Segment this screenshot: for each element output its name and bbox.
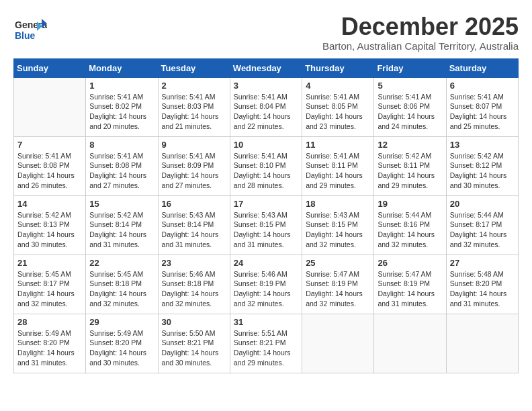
day-number: 21 bbox=[17, 258, 82, 268]
calendar-cell: 30Sunrise: 5:50 AM Sunset: 8:21 PM Dayli… bbox=[158, 314, 230, 373]
day-number: 14 bbox=[17, 199, 82, 209]
month-title: December 2025 bbox=[322, 13, 519, 40]
calendar-week-5: 28Sunrise: 5:49 AM Sunset: 8:20 PM Dayli… bbox=[14, 314, 519, 373]
calendar-cell: 13Sunrise: 5:42 AM Sunset: 8:12 PM Dayli… bbox=[446, 136, 518, 195]
day-number: 5 bbox=[378, 81, 442, 91]
day-info: Sunrise: 5:41 AM Sunset: 8:02 PM Dayligh… bbox=[89, 92, 154, 132]
calendar-cell: 29Sunrise: 5:49 AM Sunset: 8:20 PM Dayli… bbox=[86, 314, 158, 373]
day-number: 28 bbox=[17, 317, 82, 327]
day-number: 20 bbox=[450, 199, 515, 209]
calendar-cell: 20Sunrise: 5:44 AM Sunset: 8:17 PM Dayli… bbox=[446, 195, 518, 255]
calendar-cell: 19Sunrise: 5:44 AM Sunset: 8:16 PM Dayli… bbox=[374, 195, 446, 255]
day-info: Sunrise: 5:45 AM Sunset: 8:17 PM Dayligh… bbox=[17, 269, 82, 309]
day-info: Sunrise: 5:41 AM Sunset: 8:08 PM Dayligh… bbox=[89, 151, 154, 191]
day-info: Sunrise: 5:48 AM Sunset: 8:20 PM Dayligh… bbox=[450, 269, 515, 309]
calendar-cell: 12Sunrise: 5:42 AM Sunset: 8:11 PM Dayli… bbox=[374, 136, 446, 195]
day-info: Sunrise: 5:46 AM Sunset: 8:19 PM Dayligh… bbox=[234, 269, 298, 309]
day-info: Sunrise: 5:42 AM Sunset: 8:14 PM Dayligh… bbox=[89, 210, 154, 250]
calendar-cell: 11Sunrise: 5:41 AM Sunset: 8:11 PM Dayli… bbox=[302, 136, 374, 195]
day-number: 3 bbox=[234, 81, 298, 91]
day-info: Sunrise: 5:41 AM Sunset: 8:03 PM Dayligh… bbox=[162, 92, 226, 132]
calendar-table: SundayMondayTuesdayWednesdayThursdayFrid… bbox=[13, 58, 519, 373]
day-number: 13 bbox=[450, 140, 515, 150]
day-number: 12 bbox=[378, 140, 442, 150]
day-info: Sunrise: 5:44 AM Sunset: 8:17 PM Dayligh… bbox=[450, 210, 515, 250]
day-number: 30 bbox=[162, 317, 226, 327]
calendar-cell: 6Sunrise: 5:41 AM Sunset: 8:07 PM Daylig… bbox=[446, 77, 518, 136]
day-info: Sunrise: 5:41 AM Sunset: 8:11 PM Dayligh… bbox=[306, 151, 370, 191]
calendar-cell: 5Sunrise: 5:41 AM Sunset: 8:06 PM Daylig… bbox=[374, 77, 446, 136]
calendar-cell: 10Sunrise: 5:41 AM Sunset: 8:10 PM Dayli… bbox=[230, 136, 302, 195]
calendar-cell: 3Sunrise: 5:41 AM Sunset: 8:04 PM Daylig… bbox=[230, 77, 302, 136]
day-info: Sunrise: 5:41 AM Sunset: 8:05 PM Dayligh… bbox=[306, 92, 370, 132]
day-info: Sunrise: 5:42 AM Sunset: 8:11 PM Dayligh… bbox=[378, 151, 442, 191]
calendar-cell: 15Sunrise: 5:42 AM Sunset: 8:14 PM Dayli… bbox=[86, 195, 158, 255]
day-info: Sunrise: 5:45 AM Sunset: 8:18 PM Dayligh… bbox=[89, 269, 154, 309]
calendar-week-3: 14Sunrise: 5:42 AM Sunset: 8:13 PM Dayli… bbox=[14, 195, 519, 255]
day-info: Sunrise: 5:41 AM Sunset: 8:07 PM Dayligh… bbox=[450, 92, 515, 132]
calendar-cell: 21Sunrise: 5:45 AM Sunset: 8:17 PM Dayli… bbox=[14, 255, 86, 314]
day-info: Sunrise: 5:47 AM Sunset: 8:19 PM Dayligh… bbox=[378, 269, 442, 309]
weekday-header-saturday: Saturday bbox=[446, 58, 518, 77]
weekday-header-wednesday: Wednesday bbox=[230, 58, 302, 77]
day-number: 18 bbox=[306, 199, 370, 209]
day-number: 7 bbox=[17, 140, 82, 150]
day-info: Sunrise: 5:47 AM Sunset: 8:19 PM Dayligh… bbox=[306, 269, 370, 309]
calendar-week-2: 7Sunrise: 5:41 AM Sunset: 8:08 PM Daylig… bbox=[14, 136, 519, 195]
logo: General Blue bbox=[13, 13, 48, 47]
title-area: December 2025 Barton, Australian Capital… bbox=[322, 13, 519, 52]
calendar-cell: 27Sunrise: 5:48 AM Sunset: 8:20 PM Dayli… bbox=[446, 255, 518, 314]
day-info: Sunrise: 5:42 AM Sunset: 8:12 PM Dayligh… bbox=[450, 151, 515, 191]
calendar-cell: 17Sunrise: 5:43 AM Sunset: 8:15 PM Dayli… bbox=[230, 195, 302, 255]
header: General Blue December 2025 Barton, Austr… bbox=[13, 13, 519, 52]
day-number: 16 bbox=[162, 199, 226, 209]
day-info: Sunrise: 5:50 AM Sunset: 8:21 PM Dayligh… bbox=[162, 328, 226, 368]
day-number: 23 bbox=[162, 258, 226, 268]
day-number: 15 bbox=[89, 199, 154, 209]
calendar-cell: 31Sunrise: 5:51 AM Sunset: 8:21 PM Dayli… bbox=[230, 314, 302, 373]
day-info: Sunrise: 5:46 AM Sunset: 8:18 PM Dayligh… bbox=[162, 269, 226, 309]
day-number: 11 bbox=[306, 140, 370, 150]
calendar-cell bbox=[374, 314, 446, 373]
day-number: 17 bbox=[234, 199, 298, 209]
weekday-header-row: SundayMondayTuesdayWednesdayThursdayFrid… bbox=[14, 58, 519, 77]
day-info: Sunrise: 5:41 AM Sunset: 8:06 PM Dayligh… bbox=[378, 92, 442, 132]
day-info: Sunrise: 5:41 AM Sunset: 8:09 PM Dayligh… bbox=[162, 151, 226, 191]
day-number: 8 bbox=[89, 140, 154, 150]
calendar-cell bbox=[302, 314, 374, 373]
day-info: Sunrise: 5:43 AM Sunset: 8:15 PM Dayligh… bbox=[306, 210, 370, 250]
calendar-cell: 8Sunrise: 5:41 AM Sunset: 8:08 PM Daylig… bbox=[86, 136, 158, 195]
day-number: 9 bbox=[162, 140, 226, 150]
day-info: Sunrise: 5:43 AM Sunset: 8:14 PM Dayligh… bbox=[162, 210, 226, 250]
day-number: 31 bbox=[234, 317, 298, 327]
day-number: 10 bbox=[234, 140, 298, 150]
day-number: 25 bbox=[306, 258, 370, 268]
calendar-cell: 23Sunrise: 5:46 AM Sunset: 8:18 PM Dayli… bbox=[158, 255, 230, 314]
weekday-header-friday: Friday bbox=[374, 58, 446, 77]
day-number: 19 bbox=[378, 199, 442, 209]
calendar-cell: 9Sunrise: 5:41 AM Sunset: 8:09 PM Daylig… bbox=[158, 136, 230, 195]
day-info: Sunrise: 5:41 AM Sunset: 8:04 PM Dayligh… bbox=[234, 92, 298, 132]
calendar-cell: 1Sunrise: 5:41 AM Sunset: 8:02 PM Daylig… bbox=[86, 77, 158, 136]
calendar-cell: 16Sunrise: 5:43 AM Sunset: 8:14 PM Dayli… bbox=[158, 195, 230, 255]
calendar-cell bbox=[446, 314, 518, 373]
day-number: 6 bbox=[450, 81, 515, 91]
calendar-week-1: 1Sunrise: 5:41 AM Sunset: 8:02 PM Daylig… bbox=[14, 77, 519, 136]
calendar-cell: 2Sunrise: 5:41 AM Sunset: 8:03 PM Daylig… bbox=[158, 77, 230, 136]
day-number: 24 bbox=[234, 258, 298, 268]
calendar-cell: 28Sunrise: 5:49 AM Sunset: 8:20 PM Dayli… bbox=[14, 314, 86, 373]
calendar-week-4: 21Sunrise: 5:45 AM Sunset: 8:17 PM Dayli… bbox=[14, 255, 519, 314]
calendar-cell: 4Sunrise: 5:41 AM Sunset: 8:05 PM Daylig… bbox=[302, 77, 374, 136]
day-number: 22 bbox=[89, 258, 154, 268]
calendar-cell: 26Sunrise: 5:47 AM Sunset: 8:19 PM Dayli… bbox=[374, 255, 446, 314]
day-number: 2 bbox=[162, 81, 226, 91]
weekday-header-sunday: Sunday bbox=[14, 58, 86, 77]
day-number: 26 bbox=[378, 258, 442, 268]
calendar-cell: 22Sunrise: 5:45 AM Sunset: 8:18 PM Dayli… bbox=[86, 255, 158, 314]
calendar-cell: 24Sunrise: 5:46 AM Sunset: 8:19 PM Dayli… bbox=[230, 255, 302, 314]
day-info: Sunrise: 5:49 AM Sunset: 8:20 PM Dayligh… bbox=[89, 328, 154, 368]
calendar-cell: 25Sunrise: 5:47 AM Sunset: 8:19 PM Dayli… bbox=[302, 255, 374, 314]
day-info: Sunrise: 5:42 AM Sunset: 8:13 PM Dayligh… bbox=[17, 210, 82, 250]
location-title: Barton, Australian Capital Territory, Au… bbox=[322, 40, 519, 52]
weekday-header-thursday: Thursday bbox=[302, 58, 374, 77]
